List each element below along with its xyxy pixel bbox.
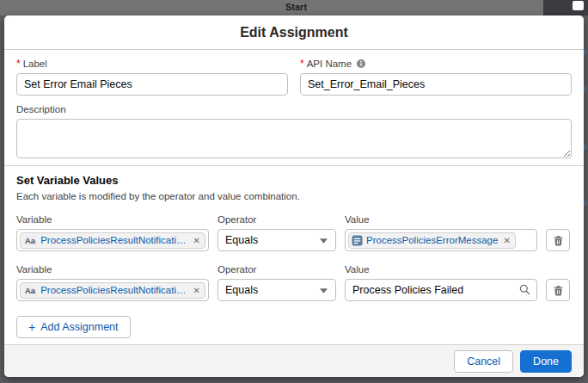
label-input[interactable] [16,73,288,96]
api-name-input[interactable] [300,73,572,96]
modal-body: * Label * API Name [4,50,584,344]
api-name-field-label: * API Name [300,57,572,71]
text-type-icon: Aa [23,285,37,296]
required-marker: * [16,59,21,70]
modal-title: Edit Assignment [13,25,575,40]
cancel-button[interactable]: Cancel [454,350,513,373]
resource-pill: Aa ProcessPoliciesResultNotificationTitl… [20,282,205,299]
description-field-label: Description [16,102,572,116]
assignment-row: Variable Aa ProcessPoliciesResultNotific… [16,213,572,251]
edit-assignment-modal: Edit Assignment * Label * API Name [4,15,584,377]
chevron-down-icon [320,238,328,244]
section-divider [4,165,584,166]
operator-select[interactable]: Equals [217,229,336,251]
required-marker: * [300,59,304,70]
add-assignment-label: Add Assignment [40,321,118,333]
trash-icon [553,235,564,246]
variable-combobox[interactable]: Aa ProcessPoliciesResultNotificationBody… [16,229,209,251]
label-field-label: * Label [16,57,288,71]
text-template-icon [352,235,363,246]
value-column-label: Value [345,213,537,226]
operator-column-label: Operator [217,263,336,276]
variable-column-label: Variable [16,213,209,226]
background-canvas-fragment [543,0,588,15]
resource-pill-label: ProcessPoliciesErrorMessage [366,235,498,245]
operator-select[interactable]: Equals [217,279,336,301]
resource-pill-label: ProcessPoliciesResultNotificationBody [40,235,187,245]
value-lookup-input[interactable] [345,279,537,301]
value-combobox[interactable]: ProcessPoliciesErrorMessage ✕ [345,229,537,251]
description-textarea[interactable] [16,119,572,158]
flow-start-node-label: Start [285,2,307,12]
variable-combobox[interactable]: Aa ProcessPoliciesResultNotificationTitl… [16,279,209,301]
modal-footer: Cancel Done [4,344,584,377]
remove-pill-icon[interactable]: ✕ [503,236,510,245]
operator-selected-value: Equals [225,234,258,246]
background-canvas-strip: Start [0,0,588,15]
background-node-fragment [573,1,584,10]
plus-icon: + [28,321,35,333]
add-assignment-button[interactable]: + Add Assignment [16,316,131,338]
operator-selected-value: Equals [225,284,258,296]
section-subtitle: Each variable is modified by the operato… [16,191,572,201]
resource-pill: ProcessPoliciesErrorMessage ✕ [348,232,516,249]
assignment-row: Variable Aa ProcessPoliciesResultNotific… [16,263,572,301]
search-icon[interactable] [519,284,530,295]
resource-pill-label: ProcessPoliciesResultNotificationTitle [40,285,187,295]
text-type-icon: Aa [23,235,37,246]
modal-header: Edit Assignment [4,15,584,50]
remove-pill-icon[interactable]: ✕ [193,236,200,245]
section-title: Set Variable Values [16,174,572,187]
chevron-down-icon [320,288,328,293]
info-icon[interactable] [356,59,366,69]
operator-column-label: Operator [217,213,336,226]
variable-column-label: Variable [16,263,209,276]
resource-pill: Aa ProcessPoliciesResultNotificationBody… [20,232,205,249]
done-button[interactable]: Done [520,350,572,373]
trash-icon [553,285,564,296]
delete-assignment-button[interactable] [546,229,570,251]
value-column-label: Value [345,263,537,276]
delete-assignment-button[interactable] [546,279,570,301]
remove-pill-icon[interactable]: ✕ [193,286,200,295]
